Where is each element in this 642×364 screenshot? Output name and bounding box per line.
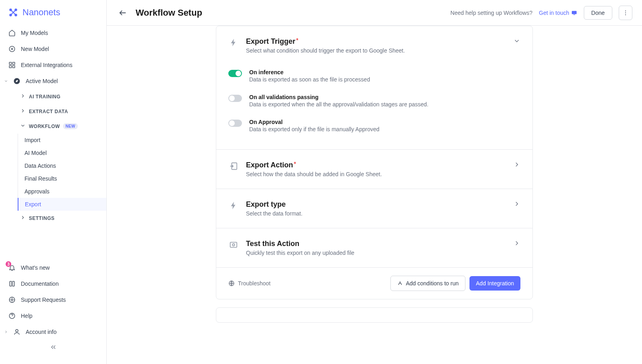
sidebar-item-export[interactable]: Export [18,198,106,211]
export-icon [228,161,239,171]
nav-support-requests[interactable]: Support Requests [0,292,106,308]
nav-label: Documentation [21,281,59,287]
compass-icon [13,77,21,85]
more-options-button[interactable] [619,6,632,20]
section-export-action[interactable]: Export Action* Select how the data shoul… [228,161,520,177]
brand-logo-icon [8,7,18,18]
nav-label: Account info [26,329,57,335]
trigger-label: On inference [249,69,370,75]
bell-icon [8,264,16,272]
plus-circle-icon [8,45,16,53]
nav-whats-new[interactable]: What's new [0,260,106,276]
required-mark: * [294,161,296,167]
nav-account-info[interactable]: Account info [0,324,106,340]
chevron-down-icon [513,37,520,46]
nav-group-settings[interactable]: SETTINGS [0,211,106,226]
nav-external-integrations[interactable]: External Integrations [0,57,106,73]
svg-rect-7 [9,66,11,68]
troubleshoot-label: Troubleshoot [238,280,270,287]
trigger-desc: Data is exported when the all the approv… [249,101,429,108]
sidebar-item-final-results[interactable]: Final Results [18,172,106,185]
chevron-double-left-icon [50,344,57,350]
toggle-on-validations[interactable] [228,95,242,102]
back-button[interactable] [116,6,129,19]
group-label: SETTINGS [29,216,55,221]
toggle-on-approval[interactable] [228,120,242,127]
brand[interactable]: Nanonets [0,0,106,25]
svg-point-13 [16,329,18,332]
book-icon [8,280,16,288]
chevron-right-icon [4,328,8,336]
section-subtitle: Select how the data should be added in G… [246,171,506,177]
section-export-type[interactable]: Export type Select the data format. [228,200,520,217]
section-subtitle: Select what condition should trigger the… [246,47,506,54]
collapse-sidebar-button[interactable] [0,340,106,360]
nav-my-models[interactable]: My Models [0,25,106,41]
section-export-trigger[interactable]: Export Trigger* Select what condition sh… [228,37,520,54]
brand-name: Nanonets [22,7,60,18]
sidebar-item-import[interactable]: Import [18,134,106,146]
nav-group-ai-training[interactable]: AI TRAINING [0,89,106,104]
sidebar-item-data-actions[interactable]: Data Actions [18,159,106,172]
chevron-down-icon [4,77,8,85]
section-subtitle: Quickly test this export on any uploaded… [246,250,506,256]
chevron-right-icon [20,93,26,100]
nav-label: Help [21,313,33,319]
toggle-on-inference[interactable] [228,70,242,77]
section-title: Test this Action [246,240,506,248]
nav-label: What's new [21,264,50,271]
nav-group-workflow[interactable]: WORKFLOW NEW [0,119,106,134]
section-title: Export type [246,200,506,209]
home-icon [8,29,16,37]
svg-point-20 [232,244,235,246]
nav-documentation[interactable]: Documentation [0,276,106,292]
eye-icon [228,240,239,250]
button-label: Add conditions to run [406,280,459,287]
bolt-icon [228,37,239,48]
nav-label: External Integrations [21,62,72,68]
branch-icon [397,281,403,286]
new-badge: NEW [63,123,77,129]
sidebar-item-approvals[interactable]: Approvals [18,185,106,198]
next-card-placeholder [216,307,533,323]
chat-icon [571,10,577,16]
nav-group-extract-data[interactable]: EXTRACT DATA [0,104,106,119]
nav-label: Support Requests [21,297,66,303]
sidebar-item-ai-model[interactable]: AI Model [18,146,106,159]
nav-active-model[interactable]: Active Model [0,73,106,89]
svg-rect-6 [13,62,15,64]
group-label: EXTRACT DATA [29,109,68,114]
nav-label: New Model [21,46,49,52]
arrow-left-icon [118,8,127,17]
svg-point-16 [625,12,626,13]
trigger-label: On all validations passing [249,94,429,100]
section-title: Export Trigger* [246,37,506,46]
svg-point-17 [625,14,626,15]
chevron-right-icon [513,240,520,248]
section-test-action[interactable]: Test this Action Quickly test this expor… [228,240,520,256]
section-title: Export Action* [246,161,506,169]
help-icon [8,312,16,320]
nav-new-model[interactable]: New Model [0,41,106,57]
nav-help[interactable]: Help [0,308,106,324]
required-mark: * [296,37,298,43]
nav-label: Active Model [26,78,58,84]
support-icon [8,296,16,304]
grid-icon [8,61,16,69]
globe-icon [228,280,235,287]
chevron-right-icon [20,108,26,115]
help-link-label: Get in touch [539,10,569,16]
nav-label: My Models [21,30,48,36]
chevron-right-icon [513,161,520,169]
get-in-touch-link[interactable]: Get in touch [539,10,577,16]
done-button[interactable]: Done [584,6,612,20]
svg-point-15 [625,10,626,11]
section-subtitle: Select the data format. [246,210,506,217]
svg-rect-5 [9,62,11,64]
bolt-icon [228,200,239,211]
troubleshoot-link[interactable]: Troubleshoot [228,280,270,287]
add-conditions-button[interactable]: Add conditions to run [390,276,466,291]
add-integration-button[interactable]: Add Integration [469,276,520,291]
chevron-right-icon [513,200,520,209]
trigger-label: On Approval [249,119,380,125]
